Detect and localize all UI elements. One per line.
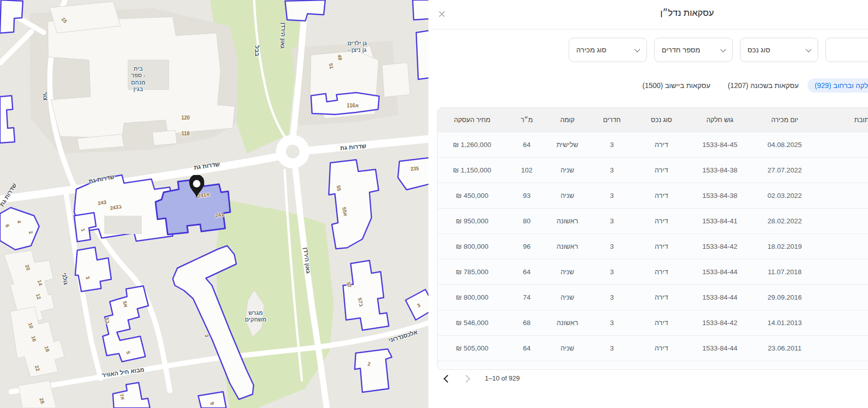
cell-rooms: 3 [589,158,635,183]
table-row: 18.02.20191533-84-42דירה3ראשונה96₪ 800,0… [437,234,868,259]
prev-page-button[interactable] [444,375,452,383]
cell-type: דירה [635,259,688,285]
cell-type: דירה [635,361,688,370]
transactions-panel: ✕ עסקאות נדל״ן סוג מכירה מספר חדרים סוג … [428,0,868,408]
cell-type: דירה [635,132,688,158]
cell-floor: שניה [546,259,589,285]
table-row: 23.06.20111533-84-44דירה3שניה64₪ 505,000 [437,336,868,361]
cell-date: 29.09.2016 [752,285,818,310]
cell-price: ₪ 785,000 [437,259,508,285]
table-row: 02.03.20221533-84-38דירה3שניה93₪ 450,000 [437,183,868,209]
cell-sqm: 96 [508,234,546,259]
cell-address [818,361,868,370]
cell-rooms: 3 [589,132,635,158]
cell-floor: ראשונה [546,234,589,259]
cell-date: 18.02.2019 [752,234,818,259]
filter-label: סוג מכירה [576,46,606,54]
chevron-down-icon [634,46,640,52]
cell-floor: שניה [546,158,589,183]
column-header-date: יום מכירה [752,108,818,132]
cell-gush: 1533-84-38 [688,183,752,209]
filter-property-type[interactable]: סוג נכס [740,38,818,62]
column-header-type: סוג נכס [635,108,688,132]
cell-address [818,336,868,361]
transactions-table-card: כתובתיום מכירהגוש חלקהסוג נכסחדריםקומהמ״… [437,107,868,370]
cell-gush: 1533-84-41 [688,209,752,234]
close-icon[interactable]: ✕ [438,8,446,20]
cell-price: ₪ 546,000 [437,310,508,336]
cell-floor: שלישית [546,361,589,370]
cell-rooms: 3 [589,234,635,259]
column-header-address: כתובת [818,108,868,132]
column-header-gush: גוש חלקה [688,108,752,132]
filter-extra[interactable] [825,38,868,62]
cell-sqm: 80 [508,209,546,234]
next-page-button[interactable] [462,375,471,383]
map-pin[interactable] [187,175,206,198]
filter-label: סוג נכס [748,46,770,54]
transactions-table: כתובתיום מכירהגוש חלקהסוג נכסחדריםקומהמ״… [437,108,868,370]
cell-rooms: 3 [589,209,635,234]
filter-rooms[interactable]: מספר חדרים [654,38,733,62]
cell-type: דירה [635,209,688,234]
cell-type: דירה [635,336,688,361]
cell-sqm: 74 [508,285,546,310]
table-row: 04.08.20251533-84-45דירה3שלישית64₪ 1,260… [437,132,868,158]
table-row: 10.11.20081533-84-45דירה3שלישית68₪ 318,0… [437,361,868,370]
cell-price: ₪ 950,000 [437,209,508,234]
filter-sale-type[interactable]: סוג מכירה [569,38,647,62]
cell-date: 27.07.2022 [752,158,818,183]
building-plain [152,130,177,145]
cell-gush: 1533-84-38 [688,158,752,183]
cell-rooms: 3 [589,259,635,285]
cell-floor: שלישית [546,132,589,158]
building-plain [382,63,410,97]
cell-type: דירה [635,234,688,259]
page-title: עסקאות נדל״ן [660,8,714,18]
map[interactable]: שדרות גתשדרות גתשדרות גתשדרות גתגאון היר… [0,0,429,408]
cell-date: 28.02.2022 [752,209,818,234]
cell-sqm: 64 [508,336,546,361]
chevron-down-icon [805,46,811,52]
column-header-rooms: חדרים [589,108,635,132]
cell-price: ₪ 1,260,000 [437,132,508,158]
cell-price: ₪ 1,150,000 [437,158,508,183]
chevron-down-icon [720,46,726,52]
table-row: 14.01.20131533-84-42דירה3ראשונה68₪ 546,0… [437,310,868,336]
cell-type: דירה [635,158,688,183]
column-header-sqm: מ״ר [508,108,546,132]
cell-gush: 1533-84-45 [688,361,752,370]
cell-gush: 1533-84-42 [688,234,752,259]
cell-address [818,259,868,285]
cell-date: 10.11.2008 [752,361,818,370]
pagination-range: 1–10 of 929 [485,374,520,382]
cell-rooms: 3 [589,336,635,361]
cell-address [818,209,868,234]
tab-city[interactable]: עסקאות ביישוב (1500) [642,81,710,90]
cell-rooms: 3 [589,361,635,370]
cell-price: ₪ 505,000 [437,336,508,361]
cell-date: 14.01.2013 [752,310,818,336]
cell-gush: 1533-84-44 [688,285,752,310]
tab-neighborhood[interactable]: עסקאות בשכונה (1207) [728,81,799,90]
table-row: 28.02.20221533-84-41דירה3ראשונה80₪ 950,0… [437,209,868,234]
cell-floor: ראשונה [546,310,589,336]
cell-date: 11.07.2018 [752,259,818,285]
school-courtyard [128,60,169,90]
cell-address [818,234,868,259]
cell-gush: 1533-84-42 [688,310,752,336]
cell-gush: 1533-84-44 [688,336,752,361]
cell-sqm: 64 [508,132,546,158]
column-header-floor: קומה [546,108,589,132]
cell-address [818,132,868,158]
cell-gush: 1533-84-44 [688,259,752,285]
header-divider [428,29,868,30]
tab-parcel-street[interactable]: חלקה וברחוב (929) [808,78,868,93]
app-window: שדרות גתשדרות גתשדרות גתשדרות גתגאון היר… [0,0,868,408]
cell-floor: שניה [546,183,589,209]
cell-rooms: 3 [589,310,635,336]
column-header-price: מחיר העסקה [437,108,508,132]
cell-date: 02.03.2022 [752,183,818,209]
table-row: 11.07.20181533-84-44דירה3שניה64₪ 785,000 [437,259,868,285]
roundabout [276,135,309,168]
